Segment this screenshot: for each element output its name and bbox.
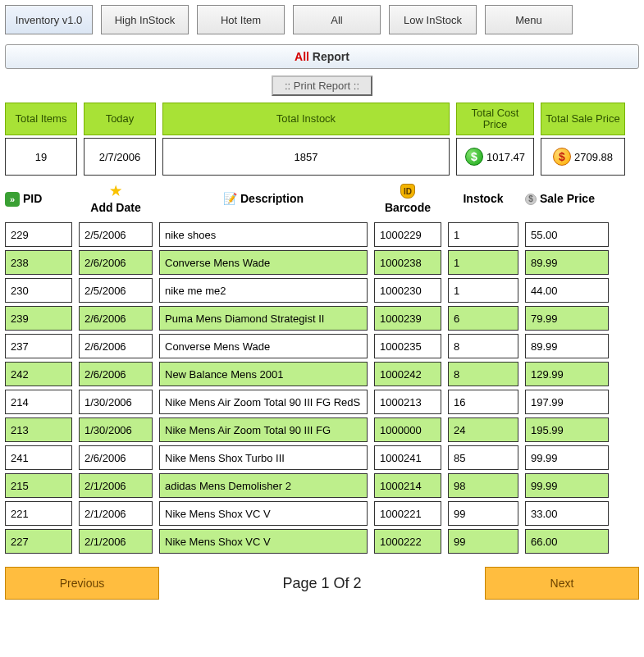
tab-inventory[interactable]: Inventory v1.0 xyxy=(5,5,93,34)
cell-add-date: 2/6/2006 xyxy=(79,306,153,331)
cell-sale-price: 44.00 xyxy=(525,278,609,303)
previous-button[interactable]: Previous xyxy=(5,567,159,600)
tab-menu[interactable]: Menu xyxy=(485,5,573,34)
table-row[interactable]: 2422/6/2006New Balance Mens 200110002428… xyxy=(5,362,639,386)
dollar-green-icon: $ xyxy=(465,148,483,166)
cell-instock: 98 xyxy=(448,473,518,498)
col-head-pid-label: PID xyxy=(23,193,42,205)
cell-barcode: 1000235 xyxy=(374,334,441,358)
cell-pid: 227 xyxy=(5,529,72,554)
table-row[interactable]: 2392/6/2006Puma Mens Diamond Strategist … xyxy=(5,306,639,331)
table-row[interactable]: 2382/6/2006Converse Mens Wade1000238189.… xyxy=(5,250,639,275)
table-row[interactable]: 2302/5/2006nike me me21000230144.00 xyxy=(5,278,639,303)
cell-add-date: 2/6/2006 xyxy=(79,334,153,358)
col-head-instock[interactable]: Instock xyxy=(448,184,518,214)
summary-values-row: 19 2/7/2006 1857 $ 1017.47 $ 2709.88 xyxy=(5,138,639,176)
column-headers: » PID ★ Add Date 📝 Description ID Barcod… xyxy=(5,184,639,214)
summary-val-today: 2/7/2006 xyxy=(84,138,156,176)
col-head-sale-label: Sale Price xyxy=(540,193,595,205)
summary-val-total-instock: 1857 xyxy=(162,138,450,176)
cell-add-date: 2/5/2006 xyxy=(79,222,153,247)
cell-sale-price: 99.99 xyxy=(525,473,609,498)
tab-high-instock[interactable]: High InStock xyxy=(101,5,189,34)
page-label: Page 1 Of 2 xyxy=(282,575,361,592)
col-head-pid[interactable]: » PID xyxy=(5,184,72,214)
cell-description: Puma Mens Diamond Strategist II xyxy=(159,306,368,331)
table-row[interactable]: 2212/1/2006Nike Mens Shox VC V1000221993… xyxy=(5,501,639,526)
cell-instock: 99 xyxy=(448,529,518,554)
cell-barcode: 1000229 xyxy=(374,222,441,247)
cell-add-date: 2/1/2006 xyxy=(79,501,153,526)
cell-sale-price: 197.99 xyxy=(525,390,609,414)
cell-sale-price: 89.99 xyxy=(525,250,609,275)
summary-head-total-instock: Total Instock xyxy=(162,103,450,135)
cell-add-date: 2/6/2006 xyxy=(79,445,153,470)
summary-val-total-sale-text: 2709.88 xyxy=(574,151,613,163)
summary-head-total-sale: Total Sale Price xyxy=(541,103,625,135)
cell-sale-price: 89.99 xyxy=(525,334,609,358)
summary-head-total-cost: Total Cost Price xyxy=(456,103,534,135)
col-head-add-label: Add Date xyxy=(90,202,140,214)
report-title-suffix-text: Report xyxy=(313,50,349,63)
next-button[interactable]: Next xyxy=(485,567,639,600)
summary-val-total-cost-text: 1017.47 xyxy=(486,151,525,163)
cell-description: Nike Mens Shox VC V xyxy=(159,529,368,554)
col-head-barcode-label: Barcode xyxy=(385,202,431,214)
cell-sale-price: 55.00 xyxy=(525,222,609,247)
col-head-barcode[interactable]: ID Barcode xyxy=(374,184,441,214)
cell-instock: 85 xyxy=(448,445,518,470)
dollar-gold-icon: $ xyxy=(553,148,571,166)
cell-add-date: 2/6/2006 xyxy=(79,362,153,386)
cell-description: Nike Mens Air Zoom Total 90 III FG xyxy=(159,417,368,442)
cell-description: Nike Mens Air Zoom Total 90 III FG RedS xyxy=(159,390,368,414)
cell-instock: 1 xyxy=(448,278,518,303)
summary-val-total-items: 19 xyxy=(5,138,77,176)
col-head-add-date[interactable]: ★ Add Date xyxy=(79,184,153,214)
cell-add-date: 2/6/2006 xyxy=(79,250,153,275)
cell-barcode: 1000000 xyxy=(374,417,441,442)
table-row[interactable]: 2292/5/2006nike shoes1000229155.00 xyxy=(5,222,639,247)
cell-pid: 215 xyxy=(5,473,72,498)
print-row: :: Print Report :: xyxy=(5,75,639,96)
cell-sale-price: 79.99 xyxy=(525,306,609,331)
table-row[interactable]: 2412/6/2006Nike Mens Shox Turbo III10002… xyxy=(5,445,639,470)
cell-add-date: 2/1/2006 xyxy=(79,473,153,498)
table-row[interactable]: 2131/30/2006Nike Mens Air Zoom Total 90 … xyxy=(5,417,639,442)
cell-description: Converse Mens Wade xyxy=(159,250,368,275)
cell-barcode: 1000222 xyxy=(374,529,441,554)
cell-barcode: 1000230 xyxy=(374,278,441,303)
tab-hot-item[interactable]: Hot Item xyxy=(197,5,285,34)
cell-sale-price: 99.99 xyxy=(525,445,609,470)
table-row[interactable]: 2272/1/2006Nike Mens Shox VC V1000222996… xyxy=(5,529,639,554)
table-row[interactable]: 2141/30/2006Nike Mens Air Zoom Total 90 … xyxy=(5,390,639,414)
print-report-button[interactable]: :: Print Report :: xyxy=(272,75,372,96)
table-row[interactable]: 2152/1/2006adidas Mens Demolisher 210002… xyxy=(5,473,639,498)
cell-pid: 238 xyxy=(5,250,72,275)
cell-add-date: 1/30/2006 xyxy=(79,390,153,414)
tab-low-instock[interactable]: Low InStock xyxy=(389,5,477,34)
summary-head-today: Today xyxy=(84,103,156,135)
sale-price-icon: $ xyxy=(525,194,537,205)
cell-pid: 237 xyxy=(5,334,72,358)
cell-barcode: 1000221 xyxy=(374,501,441,526)
cell-add-date: 2/5/2006 xyxy=(79,278,153,303)
col-head-instock-label: Instock xyxy=(463,193,503,205)
cell-barcode: 1000214 xyxy=(374,473,441,498)
col-head-desc-label: Description xyxy=(240,193,304,205)
pid-icon: » xyxy=(5,192,20,207)
cell-pid: 229 xyxy=(5,222,72,247)
cell-barcode: 1000242 xyxy=(374,362,441,386)
table-row[interactable]: 2372/6/2006Converse Mens Wade1000235889.… xyxy=(5,334,639,358)
cell-sale-price: 195.99 xyxy=(525,417,609,442)
col-head-description[interactable]: 📝 Description xyxy=(159,184,368,214)
report-title-prefix: All xyxy=(295,50,309,63)
cell-instock: 16 xyxy=(448,390,518,414)
tab-all[interactable]: All xyxy=(293,5,381,34)
cell-pid: 213 xyxy=(5,417,72,442)
cell-instock: 99 xyxy=(448,501,518,526)
cell-description: New Balance Mens 2001 xyxy=(159,362,368,386)
col-head-sale-price[interactable]: $ Sale Price xyxy=(525,184,609,214)
cell-barcode: 1000238 xyxy=(374,250,441,275)
cell-instock: 8 xyxy=(448,362,518,386)
pager-row: Previous Page 1 Of 2 Next xyxy=(5,567,639,600)
